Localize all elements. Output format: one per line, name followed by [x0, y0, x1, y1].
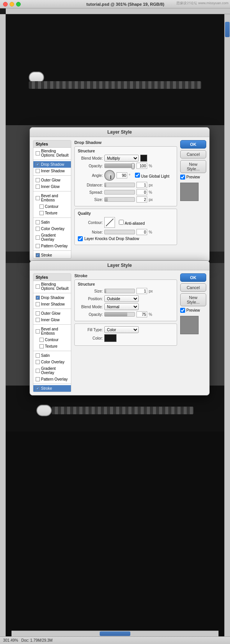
opacity-input[interactable]	[136, 163, 147, 169]
drop-shadow-checkbox-2[interactable]: ✓	[36, 296, 40, 300]
style-gradient-overlay-1[interactable]: Gradient Overlay	[33, 232, 71, 243]
style-drop-shadow-1[interactable]: ✓ Drop Shadow	[33, 161, 71, 168]
style-inner-shadow-2[interactable]: Inner Shadow	[33, 301, 71, 307]
contour-thumbnail[interactable]	[104, 217, 115, 228]
style-bevel-emboss-2[interactable]: Bevel and Emboss	[33, 326, 71, 337]
bevel-emboss-checkbox-2[interactable]	[36, 329, 40, 333]
cancel-button-2[interactable]: Cancel	[180, 283, 206, 292]
style-texture-1[interactable]: Texture	[33, 210, 71, 216]
distance-input[interactable]	[136, 182, 147, 188]
stroke-color-row: Color:	[78, 334, 174, 342]
new-style-button-1[interactable]: New Style...	[180, 160, 206, 173]
horizontal-scrollbar[interactable]	[12, 631, 219, 636]
size-slider[interactable]	[104, 197, 135, 202]
style-outer-glow-2[interactable]: Outer Glow	[33, 310, 71, 317]
styles-panel-2: Styles Blending Options: Default ✓ Drop …	[33, 273, 71, 392]
texture-checkbox-1[interactable]	[39, 211, 44, 215]
style-inner-glow-2[interactable]: Inner Glow	[33, 317, 71, 323]
style-stroke-1[interactable]: ✓ Stroke	[33, 252, 71, 258]
stroke-size-slider[interactable]	[104, 289, 135, 293]
stroke-checkbox-1[interactable]: ✓	[36, 253, 40, 257]
gradient-overlay-checkbox-1[interactable]	[36, 235, 40, 240]
layer-knocks-text: Layer Knocks Out Drop Shadow	[84, 237, 139, 241]
minimize-button[interactable]	[10, 2, 14, 7]
h-scrollbar-thumb[interactable]	[100, 631, 130, 636]
color-overlay-checkbox-1[interactable]	[36, 227, 40, 231]
cancel-button-1[interactable]: Cancel	[180, 150, 206, 159]
color-swatch[interactable]	[140, 155, 147, 162]
blending-options-checkbox[interactable]	[36, 151, 40, 155]
outer-glow-checkbox-2[interactable]	[36, 311, 40, 315]
style-inner-shadow-1[interactable]: Inner Shadow	[33, 168, 71, 174]
pattern-overlay-checkbox-1[interactable]	[36, 244, 40, 248]
stroke-blend-mode-select[interactable]: Normal	[104, 303, 139, 310]
distance-slider[interactable]	[104, 183, 135, 187]
blend-mode-select[interactable]: Multiply	[104, 155, 139, 162]
stroke-size-input[interactable]	[136, 288, 147, 294]
noise-slider[interactable]	[104, 230, 135, 234]
stroke-checkbox-2[interactable]: ✓	[36, 386, 40, 391]
style-contour-2[interactable]: Contour	[33, 337, 71, 343]
watermark: 思缘设计论坛 www.missyuan.com	[176, 1, 228, 6]
contour-checkbox-2[interactable]	[39, 338, 44, 342]
use-global-light-checkbox[interactable]	[135, 173, 140, 178]
new-style-button-2[interactable]: New Style...	[180, 293, 206, 306]
satin-checkbox-2[interactable]	[36, 353, 40, 358]
close-button[interactable]	[3, 2, 8, 7]
angle-input[interactable]	[117, 172, 127, 178]
preview-checkbox-1[interactable]	[180, 175, 185, 180]
stroke-label-1: Stroke	[41, 253, 52, 257]
style-blending-options[interactable]: Blending Options: Default	[33, 148, 71, 159]
style-blending-options-2[interactable]: Blending Options: Default	[33, 281, 71, 292]
style-color-overlay-1[interactable]: Color Overlay	[33, 226, 71, 232]
outer-glow-checkbox-1[interactable]	[36, 178, 40, 182]
inner-shadow-checkbox-1[interactable]	[36, 169, 40, 173]
angle-dial[interactable]	[104, 170, 115, 181]
drop-shadow-checkbox-1[interactable]: ✓	[36, 162, 40, 167]
position-select[interactable]: Outside Inside Center	[104, 295, 139, 302]
spread-input[interactable]	[136, 189, 147, 195]
stroke-opacity-slider[interactable]	[104, 312, 135, 317]
ok-button-1[interactable]: OK	[180, 140, 206, 149]
style-contour-1[interactable]: Contour	[33, 203, 71, 210]
inner-glow-checkbox-2[interactable]	[36, 318, 40, 322]
preview-checkbox-2[interactable]	[180, 308, 185, 313]
stroke-color-swatch[interactable]	[104, 334, 117, 342]
style-gradient-overlay-2[interactable]: Gradient Overlay	[33, 365, 71, 376]
style-bevel-emboss-1[interactable]: Bevel and Emboss	[33, 193, 71, 203]
scrollbar-thumb[interactable]	[225, 22, 230, 37]
style-color-overlay-2[interactable]: Color Overlay	[33, 359, 71, 365]
style-stroke-2[interactable]: ✓ Stroke	[33, 385, 71, 392]
contour-checkbox-1[interactable]	[39, 204, 44, 209]
satin-checkbox-1[interactable]	[36, 220, 40, 224]
bevel-emboss-checkbox-1[interactable]	[36, 196, 40, 200]
blending-options-checkbox-2[interactable]	[36, 284, 40, 289]
stroke-opacity-input[interactable]	[136, 311, 147, 317]
style-pattern-overlay-2[interactable]: Pattern Overlay	[33, 376, 71, 382]
style-pattern-overlay-1[interactable]: Pattern Overlay	[33, 243, 71, 249]
vertical-scrollbar[interactable]	[224, 14, 230, 636]
fill-type-select[interactable]: Color Gradient Pattern	[104, 326, 139, 333]
pattern-overlay-checkbox-2[interactable]	[36, 377, 40, 381]
size-input[interactable]	[136, 196, 147, 203]
opacity-label: Opacity:	[78, 164, 103, 168]
anti-aliased-checkbox[interactable]	[119, 220, 124, 225]
inner-glow-checkbox-1[interactable]	[36, 185, 40, 189]
gradient-overlay-checkbox-2[interactable]	[36, 369, 40, 373]
layer-knocks-checkbox[interactable]	[78, 236, 83, 241]
texture-checkbox-2[interactable]	[39, 344, 44, 348]
style-satin-2[interactable]: Satin	[33, 352, 71, 359]
style-drop-shadow-2[interactable]: ✓ Drop Shadow	[33, 294, 71, 301]
opacity-slider[interactable]	[104, 163, 135, 168]
style-outer-glow-1[interactable]: Outer Glow	[33, 177, 71, 183]
style-satin-1[interactable]: Satin	[33, 219, 71, 226]
color-overlay-checkbox-2[interactable]	[36, 360, 40, 364]
inner-shadow-checkbox-2[interactable]	[36, 302, 40, 306]
style-texture-2[interactable]: Texture	[33, 343, 71, 350]
noise-input[interactable]	[136, 229, 147, 235]
spread-slider[interactable]	[104, 190, 135, 195]
style-inner-glow-1[interactable]: Inner Glow	[33, 183, 71, 190]
ok-button-2[interactable]: OK	[180, 273, 206, 282]
distance-unit: px	[149, 183, 153, 187]
maximize-button[interactable]	[16, 2, 21, 7]
